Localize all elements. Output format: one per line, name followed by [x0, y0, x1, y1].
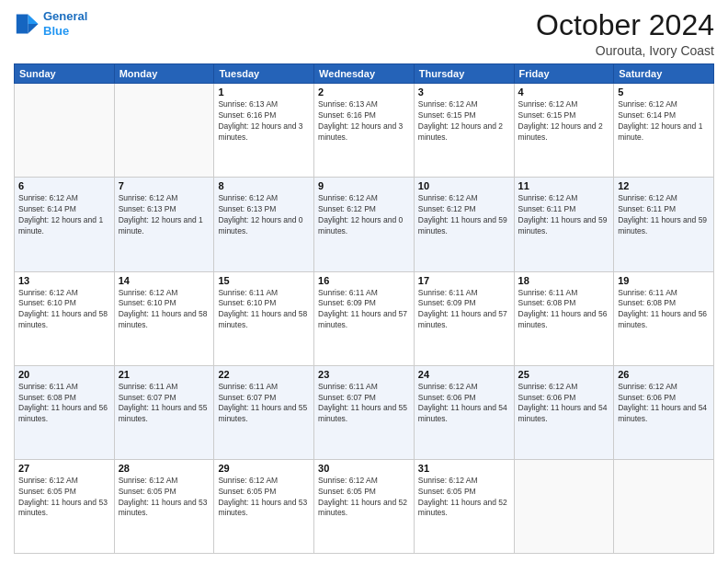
calendar-cell: 12Sunrise: 6:12 AM Sunset: 6:11 PM Dayli…: [614, 178, 714, 271]
calendar-cell: 17Sunrise: 6:11 AM Sunset: 6:09 PM Dayli…: [414, 271, 514, 365]
day-number: 19: [618, 275, 710, 286]
calendar-header-row: SundayMondayTuesdayWednesdayThursdayFrid…: [15, 64, 714, 84]
day-number: 26: [618, 369, 710, 380]
calendar-cell: 25Sunrise: 6:12 AM Sunset: 6:06 PM Dayli…: [514, 365, 614, 459]
calendar-cell: [514, 459, 614, 553]
day-number: 27: [18, 463, 110, 474]
col-header-saturday: Saturday: [614, 64, 714, 84]
calendar-cell: [614, 459, 714, 553]
day-number: 8: [218, 180, 310, 191]
calendar-cell: 24Sunrise: 6:12 AM Sunset: 6:06 PM Dayli…: [414, 365, 514, 459]
calendar-cell: 8Sunrise: 6:12 AM Sunset: 6:13 PM Daylig…: [214, 178, 314, 271]
day-info: Sunrise: 6:11 AM Sunset: 6:07 PM Dayligh…: [119, 382, 210, 426]
calendar-week-3: 20Sunrise: 6:11 AM Sunset: 6:08 PM Dayli…: [15, 365, 714, 459]
day-number: 18: [518, 275, 610, 286]
col-header-wednesday: Wednesday: [314, 64, 415, 84]
calendar-cell: 28Sunrise: 6:12 AM Sunset: 6:05 PM Dayli…: [114, 459, 214, 553]
calendar-cell: [114, 84, 214, 178]
day-info: Sunrise: 6:13 AM Sunset: 6:16 PM Dayligh…: [218, 99, 310, 144]
calendar-cell: 9Sunrise: 6:12 AM Sunset: 6:12 PM Daylig…: [314, 178, 415, 271]
day-info: Sunrise: 6:12 AM Sunset: 6:11 PM Dayligh…: [518, 193, 610, 237]
calendar-week-1: 6Sunrise: 6:12 AM Sunset: 6:14 PM Daylig…: [15, 178, 714, 271]
day-number: 2: [318, 86, 410, 98]
day-info: Sunrise: 6:11 AM Sunset: 6:10 PM Dayligh…: [218, 288, 310, 332]
logo: General Blue: [14, 9, 87, 38]
svg-marker-1: [28, 24, 38, 34]
day-number: 3: [418, 86, 510, 98]
calendar-cell: 14Sunrise: 6:12 AM Sunset: 6:10 PM Dayli…: [114, 271, 214, 365]
calendar-table: SundayMondayTuesdayWednesdayThursdayFrid…: [14, 63, 714, 554]
calendar-cell: 16Sunrise: 6:11 AM Sunset: 6:09 PM Dayli…: [314, 271, 415, 365]
calendar-cell: 2Sunrise: 6:13 AM Sunset: 6:16 PM Daylig…: [314, 84, 415, 178]
day-info: Sunrise: 6:12 AM Sunset: 6:13 PM Dayligh…: [119, 193, 210, 237]
calendar-cell: 23Sunrise: 6:11 AM Sunset: 6:07 PM Dayli…: [314, 365, 415, 459]
calendar-cell: 15Sunrise: 6:11 AM Sunset: 6:10 PM Dayli…: [214, 271, 314, 365]
calendar-cell: 19Sunrise: 6:11 AM Sunset: 6:08 PM Dayli…: [614, 271, 714, 365]
header: General Blue October 2024 Ourouta, Ivory…: [14, 9, 714, 58]
day-number: 29: [218, 463, 310, 474]
day-info: Sunrise: 6:12 AM Sunset: 6:05 PM Dayligh…: [318, 476, 410, 520]
day-number: 30: [318, 463, 410, 474]
day-number: 28: [119, 463, 210, 474]
day-info: Sunrise: 6:12 AM Sunset: 6:13 PM Dayligh…: [218, 193, 310, 237]
calendar-cell: 10Sunrise: 6:12 AM Sunset: 6:12 PM Dayli…: [414, 178, 514, 271]
day-number: 4: [518, 86, 610, 98]
day-info: Sunrise: 6:11 AM Sunset: 6:08 PM Dayligh…: [618, 288, 710, 332]
col-header-tuesday: Tuesday: [214, 64, 314, 84]
calendar-cell: 1Sunrise: 6:13 AM Sunset: 6:16 PM Daylig…: [214, 84, 314, 178]
calendar-cell: 21Sunrise: 6:11 AM Sunset: 6:07 PM Dayli…: [114, 365, 214, 459]
calendar-cell: 20Sunrise: 6:11 AM Sunset: 6:08 PM Dayli…: [15, 365, 115, 459]
logo-icon: [14, 11, 40, 37]
calendar-cell: 22Sunrise: 6:11 AM Sunset: 6:07 PM Dayli…: [214, 365, 314, 459]
calendar-cell: 6Sunrise: 6:12 AM Sunset: 6:14 PM Daylig…: [15, 178, 115, 271]
day-info: Sunrise: 6:12 AM Sunset: 6:10 PM Dayligh…: [18, 288, 110, 332]
day-info: Sunrise: 6:11 AM Sunset: 6:07 PM Dayligh…: [218, 382, 310, 426]
calendar-cell: 18Sunrise: 6:11 AM Sunset: 6:08 PM Dayli…: [514, 271, 614, 365]
svg-marker-0: [28, 14, 38, 24]
calendar-cell: 3Sunrise: 6:12 AM Sunset: 6:15 PM Daylig…: [414, 84, 514, 178]
col-header-thursday: Thursday: [414, 64, 514, 84]
day-number: 13: [18, 275, 110, 286]
day-number: 12: [618, 180, 710, 191]
day-info: Sunrise: 6:11 AM Sunset: 6:09 PM Dayligh…: [318, 288, 410, 332]
day-info: Sunrise: 6:12 AM Sunset: 6:15 PM Dayligh…: [518, 99, 610, 144]
calendar-cell: 29Sunrise: 6:12 AM Sunset: 6:05 PM Dayli…: [214, 459, 314, 553]
calendar-week-4: 27Sunrise: 6:12 AM Sunset: 6:05 PM Dayli…: [15, 459, 714, 553]
day-number: 15: [218, 275, 310, 286]
day-number: 31: [418, 463, 510, 474]
day-info: Sunrise: 6:12 AM Sunset: 6:11 PM Dayligh…: [618, 193, 710, 237]
calendar-cell: 5Sunrise: 6:12 AM Sunset: 6:14 PM Daylig…: [614, 84, 714, 178]
day-number: 16: [318, 275, 410, 286]
day-number: 22: [218, 369, 310, 380]
calendar-cell: 31Sunrise: 6:12 AM Sunset: 6:05 PM Dayli…: [414, 459, 514, 553]
day-info: Sunrise: 6:12 AM Sunset: 6:12 PM Dayligh…: [418, 193, 510, 237]
day-number: 17: [418, 275, 510, 286]
day-info: Sunrise: 6:12 AM Sunset: 6:14 PM Dayligh…: [618, 99, 710, 144]
day-number: 7: [119, 180, 210, 191]
day-number: 21: [119, 369, 210, 380]
day-number: 23: [318, 369, 410, 380]
day-info: Sunrise: 6:12 AM Sunset: 6:05 PM Dayligh…: [18, 476, 110, 520]
day-number: 11: [518, 180, 610, 191]
day-info: Sunrise: 6:12 AM Sunset: 6:06 PM Dayligh…: [518, 382, 610, 426]
month-title: October 2024: [536, 9, 714, 41]
day-info: Sunrise: 6:11 AM Sunset: 6:09 PM Dayligh…: [418, 288, 510, 332]
day-number: 14: [119, 275, 210, 286]
title-block: October 2024 Ourouta, Ivory Coast: [536, 9, 714, 58]
day-number: 10: [418, 180, 510, 191]
calendar-cell: 26Sunrise: 6:12 AM Sunset: 6:06 PM Dayli…: [614, 365, 714, 459]
day-number: 1: [218, 86, 310, 98]
logo-line1: General: [43, 9, 87, 23]
col-header-friday: Friday: [514, 64, 614, 84]
day-number: 20: [18, 369, 110, 380]
day-info: Sunrise: 6:12 AM Sunset: 6:15 PM Dayligh…: [418, 99, 510, 144]
day-number: 24: [418, 369, 510, 380]
page: General Blue October 2024 Ourouta, Ivory…: [0, 0, 728, 563]
calendar-week-2: 13Sunrise: 6:12 AM Sunset: 6:10 PM Dayli…: [15, 271, 714, 365]
calendar-cell: [15, 84, 115, 178]
calendar-cell: 4Sunrise: 6:12 AM Sunset: 6:15 PM Daylig…: [514, 84, 614, 178]
day-info: Sunrise: 6:12 AM Sunset: 6:12 PM Dayligh…: [318, 193, 410, 237]
day-info: Sunrise: 6:11 AM Sunset: 6:07 PM Dayligh…: [318, 382, 410, 426]
day-number: 9: [318, 180, 410, 191]
day-info: Sunrise: 6:12 AM Sunset: 6:05 PM Dayligh…: [119, 476, 210, 520]
